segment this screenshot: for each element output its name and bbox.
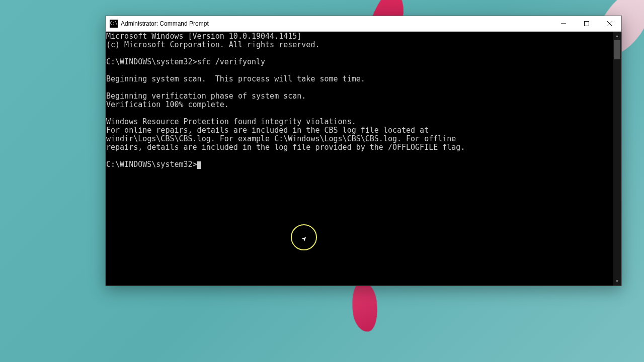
desktop: C:\ Administrator: Command Prompt Micros…: [0, 0, 644, 362]
terminal-prompt[interactable]: C:\WINDOWS\system32>: [106, 160, 613, 169]
scroll-thumb[interactable]: [614, 40, 620, 59]
terminal-line: [106, 109, 613, 118]
scroll-down-arrow[interactable]: ▼: [613, 277, 621, 286]
maximize-button[interactable]: [575, 16, 598, 31]
wallpaper-petal: [349, 280, 380, 333]
terminal-line: Windows Resource Protection found integr…: [106, 118, 613, 126]
close-button[interactable]: [598, 16, 621, 31]
maximize-icon: [584, 21, 589, 26]
terminal-line: [106, 66, 613, 75]
terminal-line: [106, 49, 613, 58]
terminal-line: windir\Logs\CBS\CBS.log. For example C:\…: [106, 135, 613, 143]
titlebar[interactable]: C:\ Administrator: Command Prompt: [106, 16, 621, 32]
terminal-line: Microsoft Windows [Version 10.0.19044.14…: [106, 32, 613, 41]
svg-rect-1: [585, 22, 589, 26]
minimize-button[interactable]: [552, 16, 575, 31]
terminal-line: Beginning system scan. This process will…: [106, 75, 613, 83]
terminal-line: (c) Microsoft Corporation. All rights re…: [106, 41, 613, 49]
scroll-up-arrow[interactable]: ▲: [613, 32, 621, 40]
terminal-line: Verification 100% complete.: [106, 101, 613, 109]
terminal-line: [106, 83, 613, 92]
terminal-line: [106, 152, 613, 160]
client-area: Microsoft Windows [Version 10.0.19044.14…: [106, 32, 621, 286]
terminal-line: Beginning verification phase of system s…: [106, 92, 613, 101]
minimize-icon: [561, 21, 566, 26]
cmd-icon: C:\: [110, 20, 118, 28]
terminal-cursor: [197, 161, 201, 169]
terminal-output[interactable]: Microsoft Windows [Version 10.0.19044.14…: [106, 32, 613, 286]
scrollbar[interactable]: ▲ ▼: [613, 32, 621, 286]
terminal-line: repairs, details are included in the log…: [106, 143, 613, 152]
close-icon: [607, 21, 612, 26]
terminal-line: For online repairs, details are included…: [106, 126, 613, 135]
window-title: Administrator: Command Prompt: [121, 20, 209, 27]
command-prompt-window[interactable]: C:\ Administrator: Command Prompt Micros…: [105, 16, 622, 286]
terminal-line: C:\WINDOWS\system32>sfc /verifyonly: [106, 58, 613, 66]
